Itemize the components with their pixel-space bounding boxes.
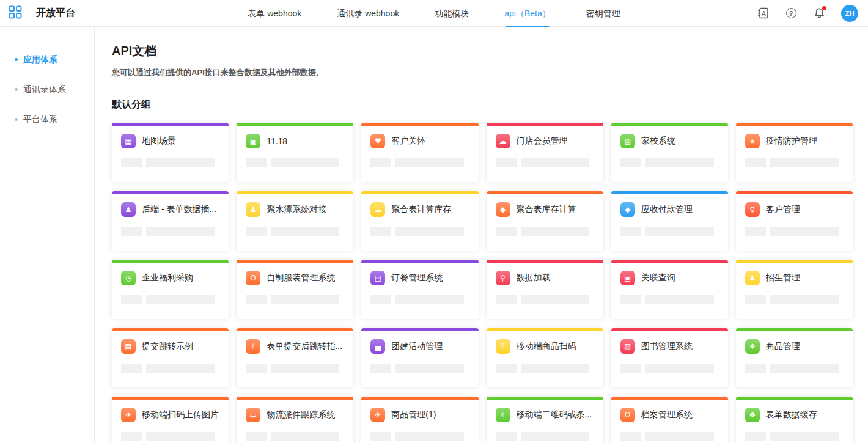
help-icon[interactable]: ? xyxy=(785,7,797,20)
skeleton-bar-short xyxy=(370,432,391,441)
card-title: 聚合表计算库存 xyxy=(391,204,451,215)
app-card[interactable]: ▤ 订餐管理系统 xyxy=(361,260,478,319)
skeleton-bar-long xyxy=(146,227,215,236)
calendar-heart-icon: ♥ xyxy=(370,134,385,148)
nav-modules[interactable]: 功能模块 xyxy=(435,0,469,27)
skeleton-bar-short xyxy=(620,432,641,441)
card-title: 移动端扫码上传图片 xyxy=(142,409,219,420)
app-card[interactable]: ♟ 招生管理 xyxy=(736,260,853,319)
svg-text:A: A xyxy=(762,10,766,17)
app-card[interactable]: ✈ 移动端扫码上传图片 xyxy=(112,397,229,443)
user-avatar[interactable]: ZH xyxy=(841,5,858,22)
app-card[interactable]: ▨ 家校系统 xyxy=(611,123,728,182)
sidebar-item-platform-system[interactable]: 平台体系 xyxy=(0,104,94,134)
address-book-icon[interactable]: A xyxy=(757,7,769,20)
skeleton-placeholder xyxy=(246,227,344,236)
card-title: 企业福利采购 xyxy=(142,273,193,284)
card-title: 商品管理(1) xyxy=(391,409,436,420)
skeleton-bar-short xyxy=(370,364,391,373)
app-card[interactable]: Ω 自制服装管理系统 xyxy=(237,260,353,319)
skeleton-placeholder xyxy=(370,432,469,441)
card-title: 团建活动管理 xyxy=(391,341,443,352)
skeleton-placeholder xyxy=(246,364,344,373)
nav-form-webhook[interactable]: 表单 webhook xyxy=(248,0,301,27)
skeleton-bar-long xyxy=(521,227,589,236)
sidebar-item-application-system[interactable]: 应用体系 xyxy=(0,45,94,75)
skeleton-bar-long xyxy=(521,364,589,373)
app-card[interactable]: ✌ 表单提交后跳转指... xyxy=(237,328,353,387)
document-icon: ▤ xyxy=(121,339,136,354)
bell-icon: Ω xyxy=(620,408,635,422)
card-title: 表单数据缓存 xyxy=(766,409,817,420)
app-card[interactable]: ♀ 客户管理 xyxy=(736,191,853,251)
nav-api-beta[interactable]: api（Beta） xyxy=(504,0,550,27)
app-card[interactable]: ▦ 地图场景 xyxy=(112,123,229,182)
app-card[interactable]: ◆ 聚合表库存计算 xyxy=(487,191,603,251)
skeleton-bar-long xyxy=(395,227,464,236)
qr-code-icon: ⠿ xyxy=(496,339,510,354)
skeleton-bar-long xyxy=(770,295,839,304)
app-card[interactable]: ♀ 数据加载 xyxy=(487,260,603,319)
notification-bell-icon[interactable] xyxy=(813,7,825,20)
gem-icon: ◆ xyxy=(620,202,635,217)
card-title: 自制服装管理系统 xyxy=(267,273,335,284)
skeleton-bar-long xyxy=(770,227,839,236)
app-card[interactable]: ▧ 图书管理系统 xyxy=(611,328,728,387)
user-icon: ♟ xyxy=(745,271,760,285)
app-card[interactable]: ♥ 客户关怀 xyxy=(361,123,478,182)
skeleton-placeholder xyxy=(496,432,594,441)
app-card[interactable]: ⠿ 移动端商品扫码 xyxy=(487,328,603,387)
nav-contacts-webhook[interactable]: 通讯录 webhook xyxy=(337,0,399,27)
app-card[interactable]: ❖ 表单数据缓存 xyxy=(736,397,853,443)
card-title: 图书管理系统 xyxy=(641,341,693,352)
location-pin-icon: ♀ xyxy=(496,271,510,285)
app-card[interactable]: ☁ 聚合表计算库存 xyxy=(361,191,478,251)
nav-key-management[interactable]: 密钥管理 xyxy=(586,0,620,27)
food-dish-icon: ☁ xyxy=(496,134,510,148)
header-actions: A ? ZH xyxy=(757,5,858,22)
car-icon: ▄ xyxy=(370,339,385,354)
app-card[interactable]: ✈ 商品管理(1) xyxy=(361,397,478,443)
hand-icon: ✌ xyxy=(246,339,260,354)
app-card[interactable]: ❖ 商品管理 xyxy=(736,328,853,387)
skeleton-bar-long xyxy=(146,158,215,167)
app-card[interactable]: ★ 疫情防护管理 xyxy=(736,123,853,182)
app-card[interactable]: Ω 档案管理系统 xyxy=(611,397,728,443)
bullet-dot xyxy=(15,88,18,91)
app-card[interactable]: ▣ 11.18 xyxy=(237,123,353,182)
skeleton-bar-long xyxy=(770,364,839,373)
skeleton-bar-long xyxy=(395,364,464,373)
app-card[interactable]: ▤ 提交跳转示例 xyxy=(112,328,229,387)
skeleton-bar-short xyxy=(121,364,142,373)
card-title: 商品管理 xyxy=(766,341,800,352)
skeleton-bar-long xyxy=(521,432,589,441)
app-card[interactable]: ◆ 应收付款管理 xyxy=(611,191,728,251)
bullet-dot xyxy=(15,118,18,121)
app-card[interactable]: ◷ 企业福利采购 xyxy=(112,260,229,319)
user-icon: ♟ xyxy=(121,202,136,217)
app-card[interactable]: ✌ 移动端二维码或条... xyxy=(487,397,603,443)
skeleton-bar-long xyxy=(146,364,215,373)
app-card[interactable]: ▣ 关联查询 xyxy=(611,260,728,319)
top-nav: 表单 webhook 通讯录 webhook 功能模块 api（Beta） 密钥… xyxy=(248,0,620,27)
skeleton-bar-short xyxy=(745,364,766,373)
skeleton-bar-short xyxy=(620,295,641,304)
skeleton-bar-short xyxy=(246,227,267,236)
skeleton-bar-short xyxy=(121,227,142,236)
card-title: 后端 - 表单数据插... xyxy=(142,204,216,215)
sidebar-item-contacts-system[interactable]: 通讯录体系 xyxy=(0,75,94,104)
logo[interactable]: 开放平台 xyxy=(9,5,75,21)
skeleton-bar-short xyxy=(496,364,517,373)
skeleton-placeholder xyxy=(620,432,719,441)
group-title: 默认分组 xyxy=(112,98,853,111)
app-card[interactable]: ▭ 物流派件跟踪系统 xyxy=(237,397,353,443)
skeleton-bar-short xyxy=(496,432,517,441)
app-card[interactable]: ♟ 后端 - 表单数据插... xyxy=(112,191,229,251)
skeleton-bar-long xyxy=(395,158,464,167)
app-card[interactable]: ♟ 聚水潭系统对接 xyxy=(237,191,353,251)
skeleton-bar-long xyxy=(271,295,339,304)
skeleton-placeholder xyxy=(496,227,594,236)
app-card[interactable]: ☁ 门店会员管理 xyxy=(487,123,603,182)
sidebar: 应用体系 通讯录体系 平台体系 xyxy=(0,27,95,443)
app-card[interactable]: ▄ 团建活动管理 xyxy=(361,328,478,387)
